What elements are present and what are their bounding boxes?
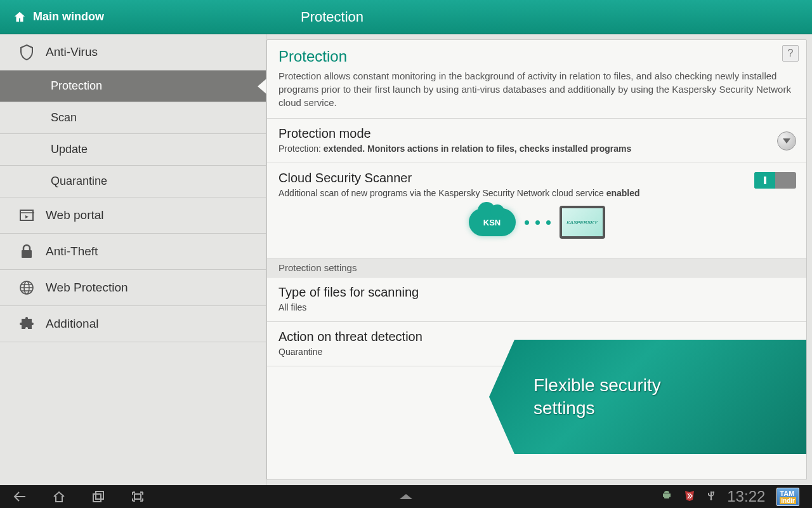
promo-text: Flexible security settings	[534, 374, 661, 420]
sidebar-label: Quarantine	[51, 175, 107, 188]
sidebar-item-antivirus[interactable]: Anti-Virus	[0, 34, 266, 70]
sidebar-label: Update	[51, 143, 88, 156]
protection-settings-label: Protection settings	[267, 258, 806, 277]
recent-apps-icon[interactable]	[91, 490, 105, 503]
sidebar-label: Anti-Theft	[46, 244, 98, 258]
sidebar-item-protection[interactable]: Protection	[0, 70, 266, 102]
svg-rect-5	[93, 494, 101, 502]
protection-mode-row[interactable]: Protection mode Protection: extended. Mo…	[267, 119, 806, 163]
tablet-icon: KASPERSKY	[560, 206, 605, 239]
help-button[interactable]: ?	[782, 45, 799, 62]
globe-icon	[18, 279, 36, 297]
badge-top: TAM	[780, 490, 794, 497]
setting-subtitle: Protection: extended. Monitors actions i…	[278, 144, 795, 154]
back-icon[interactable]	[13, 490, 27, 503]
sidebar-item-quarantine[interactable]: Quarantine	[0, 166, 266, 197]
portal-icon	[18, 206, 36, 224]
main-window-label: Main window	[33, 10, 104, 23]
svg-marker-1	[25, 215, 29, 218]
sidebar-label: Web portal	[46, 208, 104, 222]
setting-value: extended. Monitors actions in relation t…	[324, 144, 631, 154]
sidebar-item-update[interactable]: Update	[0, 134, 266, 166]
file-types-row[interactable]: Type of files for scanning All files	[267, 277, 806, 322]
app-header: Main window Protection	[0, 0, 812, 34]
panel-description: Protection allows constant monitoring in…	[278, 69, 795, 109]
connection-dots	[525, 220, 551, 225]
android-navbar: 13:22 TAM indir	[0, 485, 812, 508]
sidebar-label: Additional	[46, 317, 98, 331]
sidebar-label: Scan	[51, 111, 77, 124]
home-nav-icon[interactable]	[52, 490, 66, 503]
ksn-graphic: KSN KASPERSKY	[278, 198, 795, 249]
puzzle-icon	[18, 315, 36, 333]
svg-rect-2	[22, 250, 32, 258]
expand-navbar-icon[interactable]	[400, 494, 412, 499]
shield-icon	[18, 43, 36, 61]
panel-header: Protection Protection allows constant mo…	[267, 40, 806, 119]
lock-icon	[18, 243, 36, 260]
sidebar-label: Anti-Virus	[46, 45, 98, 59]
promo-banner: Flexible security settings	[489, 340, 806, 454]
sidebar-item-additional[interactable]: Additional	[0, 306, 266, 342]
promo-line1: Flexible security	[534, 374, 661, 397]
tam-badge: TAM indir	[776, 488, 799, 506]
svg-rect-7	[134, 494, 141, 499]
sidebar-item-web-portal[interactable]: Web portal	[0, 197, 266, 234]
status-tray: 13:22 TAM indir	[661, 488, 799, 506]
cloud-label: KSN	[483, 218, 501, 227]
badge-bottom: indir	[780, 497, 796, 504]
kaspersky-tray-icon	[684, 488, 695, 505]
setting-prefix: Additional scan of new programs via the …	[278, 188, 606, 198]
svg-rect-6	[96, 491, 103, 499]
sidebar: Anti-Virus Protection Scan Update Quaran…	[0, 34, 266, 485]
android-icon	[661, 488, 672, 505]
toggle-on-indicator	[754, 172, 775, 189]
panel-title: Protection	[278, 48, 795, 65]
sidebar-item-anti-theft[interactable]: Anti-Theft	[0, 234, 266, 270]
svg-rect-0	[20, 210, 33, 220]
clock: 13:22	[727, 488, 765, 505]
cloud-scanner-row: Cloud Security Scanner Additional scan o…	[267, 163, 806, 258]
setting-subtitle: Additional scan of new programs via the …	[278, 188, 795, 198]
tablet-label: KASPERSKY	[566, 220, 597, 225]
main-panel: Protection Protection allows constant mo…	[266, 39, 807, 480]
sidebar-item-web-protection[interactable]: Web Protection	[0, 270, 266, 306]
cloud-scanner-toggle[interactable]	[754, 172, 796, 189]
setting-prefix: Protection:	[278, 144, 324, 154]
sidebar-label: Protection	[51, 79, 102, 93]
usb-icon	[707, 488, 716, 505]
promo-line2: settings	[534, 397, 661, 420]
screenshot-icon[interactable]	[131, 490, 145, 503]
cloud-icon: KSN	[469, 208, 516, 236]
setting-value: All files	[278, 302, 795, 312]
home-icon	[13, 10, 27, 24]
setting-title: Type of files for scanning	[278, 285, 795, 300]
setting-title: Protection mode	[278, 126, 795, 141]
sidebar-label: Web Protection	[46, 281, 128, 295]
page-title: Protection	[301, 9, 363, 25]
sidebar-item-scan[interactable]: Scan	[0, 102, 266, 134]
setting-title: Cloud Security Scanner	[278, 171, 795, 185]
setting-status: enabled	[606, 188, 640, 198]
main-window-button[interactable]: Main window	[13, 10, 104, 24]
chevron-down-icon[interactable]	[777, 131, 796, 150]
